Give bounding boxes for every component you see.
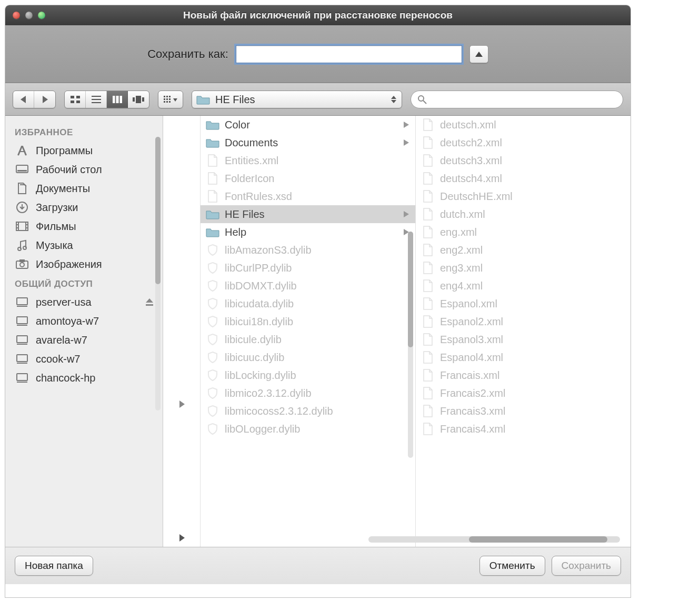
file-icon: [421, 243, 435, 257]
file-name-label: DeutschHE.xml: [440, 191, 513, 203]
column-view-button[interactable]: [107, 91, 128, 108]
file-name-label: Entities.xml: [225, 155, 278, 167]
svg-line-29: [423, 101, 426, 104]
svg-marker-27: [391, 100, 396, 103]
search-input[interactable]: [431, 94, 616, 105]
sidebar-item-music[interactable]: Музыка: [5, 236, 163, 255]
file-row[interactable]: Francais3.xml: [416, 402, 631, 420]
svg-marker-62: [404, 211, 409, 217]
save-dialog-window: Новый файл исключений при расстановке пе…: [5, 5, 631, 597]
eject-icon[interactable]: [146, 298, 153, 306]
file-row[interactable]: FolderIcon: [201, 169, 415, 187]
file-name-label: libicule.dylib: [225, 334, 282, 346]
chevron-right-icon[interactable]: [178, 534, 185, 542]
library-icon: [206, 422, 219, 436]
coverflow-view-button[interactable]: [128, 91, 149, 108]
file-row[interactable]: Francais4.xml: [416, 420, 631, 438]
svg-rect-12: [120, 96, 122, 103]
file-row[interactable]: Documents: [201, 134, 415, 152]
file-row[interactable]: libLocking.dylib: [201, 366, 415, 384]
sidebar-item-shared[interactable]: ccook-w7: [5, 349, 163, 368]
cancel-button[interactable]: Отменить: [479, 556, 545, 576]
sidebar-item-applications[interactable]: Программы: [5, 141, 163, 160]
file-row[interactable]: deutsch.xml: [416, 116, 631, 134]
file-row[interactable]: libicui18n.dylib: [201, 313, 415, 330]
sidebar-item-label: chancock-hp: [36, 372, 95, 384]
file-row[interactable]: libicuuc.dylib: [201, 348, 415, 366]
file-row[interactable]: libDOMXT.dylib: [201, 277, 415, 295]
file-row[interactable]: libOLogger.dylib: [201, 420, 415, 438]
sidebar-item-shared[interactable]: chancock-hp: [5, 368, 163, 387]
sidebar-item-documents[interactable]: Документы: [5, 179, 163, 198]
view-options-button[interactable]: [158, 91, 183, 108]
sidebar-item-downloads[interactable]: Загрузки: [5, 198, 163, 217]
applications-icon: [15, 144, 29, 157]
horizontal-scrollbar[interactable]: [368, 536, 620, 543]
sidebar-item-pictures[interactable]: Изображения: [5, 255, 163, 274]
back-button[interactable]: [13, 91, 34, 108]
sidebar-item-shared[interactable]: amontoya-w7: [5, 312, 163, 330]
file-row[interactable]: Entities.xml: [201, 152, 415, 169]
svg-rect-32: [17, 170, 27, 172]
file-row[interactable]: Espanol4.xml: [416, 348, 631, 366]
file-row[interactable]: Espanol3.xml: [416, 330, 631, 348]
column-spacer: [163, 116, 200, 547]
file-row[interactable]: libicule.dylib: [201, 330, 415, 348]
file-icon: [421, 404, 435, 418]
save-button[interactable]: Сохранить: [552, 556, 621, 576]
svg-rect-13: [133, 97, 135, 102]
search-field[interactable]: [411, 91, 623, 108]
chevron-right-icon[interactable]: [178, 400, 185, 408]
svg-rect-50: [17, 317, 27, 324]
list-view-button[interactable]: [86, 91, 107, 108]
file-name-label: libmico2.3.12.dylib: [225, 387, 312, 399]
sidebar-item-shared[interactable]: pserver-usa: [5, 293, 163, 312]
file-row[interactable]: libicudata.dylib: [201, 295, 415, 313]
save-as-input[interactable]: [236, 45, 462, 63]
file-name-label: Francais3.xml: [440, 405, 505, 417]
file-row[interactable]: dutch.xml: [416, 205, 631, 223]
chevron-right-icon: [404, 122, 409, 128]
file-name-label: Espanol4.xml: [440, 352, 503, 364]
file-row[interactable]: libAmazonS3.dylib: [201, 241, 415, 259]
sidebar-item-shared[interactable]: avarela-w7: [5, 330, 163, 349]
file-name-label: FontRules.xsd: [225, 191, 292, 203]
file-row[interactable]: libmicocoss2.3.12.dylib: [201, 402, 415, 420]
sidebar-scrollbar[interactable]: [155, 137, 161, 410]
file-row[interactable]: DeutschHE.xml: [416, 187, 631, 205]
file-row[interactable]: eng4.xml: [416, 277, 631, 295]
location-dropdown[interactable]: HE Files: [192, 91, 402, 108]
file-icon: [421, 279, 435, 293]
file-row[interactable]: deutsch3.xml: [416, 152, 631, 169]
dialog-footer: Новая папка Отменить Сохранить: [5, 547, 631, 584]
file-row[interactable]: Francais2.xml: [416, 384, 631, 402]
sidebar-item-movies[interactable]: Фильмы: [5, 217, 163, 236]
sidebar-item-label: ccook-w7: [36, 353, 80, 365]
sidebar-item-desktop[interactable]: Рабочий стол: [5, 160, 163, 179]
forward-button[interactable]: [34, 91, 55, 108]
icon-view-button[interactable]: [65, 91, 86, 108]
file-icon: [421, 136, 435, 149]
file-row[interactable]: eng2.xml: [416, 241, 631, 259]
file-row[interactable]: deutsch2.xml: [416, 134, 631, 152]
file-row[interactable]: eng3.xml: [416, 259, 631, 277]
server-icon: [15, 372, 29, 384]
collapse-expand-button[interactable]: [469, 45, 488, 63]
file-row[interactable]: Espanol.xml: [416, 295, 631, 313]
file-row[interactable]: libmico2.3.12.dylib: [201, 384, 415, 402]
file-name-label: libCurlPP.dylib: [225, 262, 292, 274]
file-row[interactable]: deutsch4.xml: [416, 169, 631, 187]
file-icon: [421, 154, 435, 167]
file-row[interactable]: Espanol2.xml: [416, 313, 631, 330]
file-row[interactable]: FontRules.xsd: [201, 187, 415, 205]
new-folder-button[interactable]: Новая папка: [15, 556, 93, 576]
file-row[interactable]: Francais.xml: [416, 366, 631, 384]
file-row[interactable]: Help: [201, 223, 415, 241]
folder-icon: [196, 94, 210, 105]
file-name-label: Francais.xml: [440, 369, 499, 382]
file-row[interactable]: Color: [201, 116, 415, 134]
file-name-label: Espanol3.xml: [440, 334, 503, 346]
file-row[interactable]: libCurlPP.dylib: [201, 259, 415, 277]
file-row[interactable]: HE Files: [201, 205, 415, 223]
file-row[interactable]: eng.xml: [416, 223, 631, 241]
